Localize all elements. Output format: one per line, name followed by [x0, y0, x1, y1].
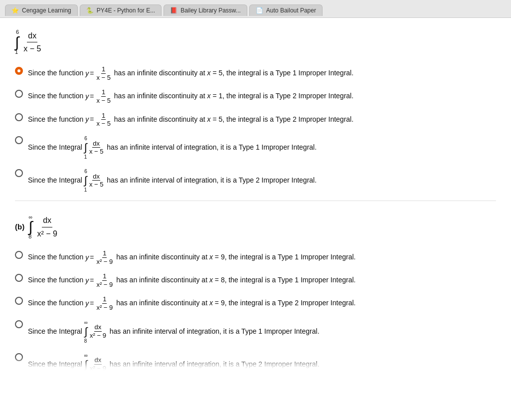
option-b1[interactable]: Since the function y = 1 x² − 9 has an i…: [15, 249, 496, 265]
radio-b1[interactable]: [15, 251, 23, 259]
bailey-icon: 📕: [170, 7, 177, 14]
radio-b2[interactable]: [15, 274, 23, 282]
option-a5[interactable]: Since the Integral 6 ∫ 1 dx x − 5 has an…: [15, 168, 496, 194]
section-divider: [15, 201, 496, 201]
option-b3[interactable]: Since the function y = 1 x² − 9 has an i…: [15, 295, 496, 311]
part-a-integral: 6 ∫ 1 dx x − 5: [15, 28, 496, 56]
auto-icon: 📄: [256, 7, 263, 14]
py4e-icon: 🐍: [86, 7, 94, 14]
option-a2[interactable]: Since the function y = 1 x − 5 has an in…: [15, 88, 496, 104]
tab-bailey[interactable]: 📕 Bailey Library Passw...: [164, 4, 247, 16]
fade-overlay: [15, 362, 496, 372]
radio-a3[interactable]: [15, 113, 23, 121]
radio-a4[interactable]: [15, 136, 23, 144]
option-a4[interactable]: Since the Integral 6 ∫ 1 dx x − 5 has an…: [15, 135, 496, 161]
integral-a-fraction: dx x − 5: [22, 29, 42, 55]
integral-a-symbol-wrap: 6 ∫ 1: [15, 28, 19, 56]
option-b2[interactable]: Since the function y = 1 x² − 9 has an i…: [15, 272, 496, 288]
option-a1[interactable]: Since the function y = 1 x − 5 has an in…: [15, 65, 496, 81]
radio-a5[interactable]: [15, 169, 23, 177]
part-b-options: Since the function y = 1 x² − 9 has an i…: [15, 249, 496, 372]
part-b-section: (b) ∞ ∫ 8 dx x² − 9: [15, 213, 496, 372]
option-b4[interactable]: Since the Integral ∞ ∫ 8 dx x² − 9 has a…: [15, 319, 496, 345]
tab-bar: ⭐ Cengage Learning 🐍 PY4E - Python for E…: [0, 0, 511, 18]
cengage-icon: ⭐: [11, 7, 19, 14]
main-content: 6 ∫ 1 dx x − 5 Since the function y = 1 …: [0, 18, 511, 389]
option-b5[interactable]: Since the Integral ∞ ∫ 8 dx x² − 9 has a…: [15, 352, 496, 372]
tab-auto[interactable]: 📄 Auto Bailout Paper: [249, 4, 323, 16]
tab-cengage[interactable]: ⭐ Cengage Learning: [5, 4, 78, 16]
radio-b3[interactable]: [15, 297, 23, 305]
radio-b4[interactable]: [15, 320, 23, 328]
part-b-integral: ∞ ∫ 8 dx x² − 9: [28, 213, 60, 241]
radio-b5[interactable]: [15, 353, 23, 361]
radio-a1[interactable]: [15, 67, 23, 75]
part-b-header: (b) ∞ ∫ 8 dx x² − 9: [15, 213, 496, 241]
radio-a2[interactable]: [15, 90, 23, 98]
tab-py4e[interactable]: 🐍 PY4E - Python for E...: [80, 4, 162, 16]
option-a3[interactable]: Since the function y = 1 x − 5 has an in…: [15, 112, 496, 128]
part-a-options: Since the function y = 1 x − 5 has an in…: [15, 65, 496, 194]
